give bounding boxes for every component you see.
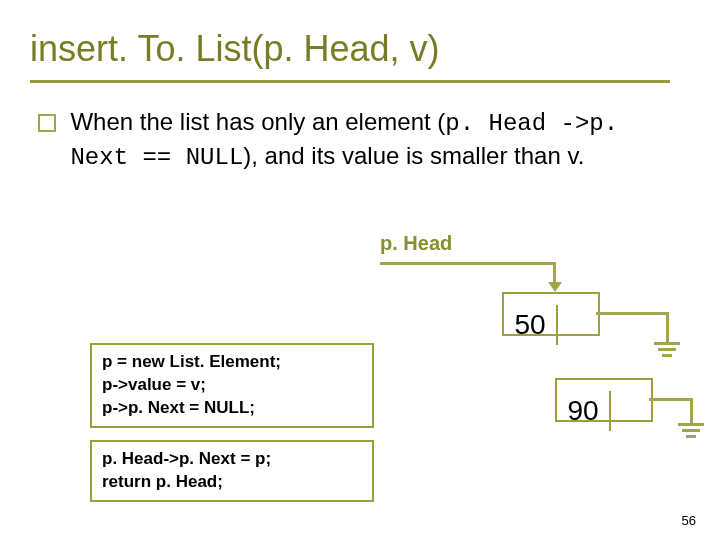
ground-icon — [686, 435, 696, 438]
code-line: return p. Head; — [102, 471, 362, 494]
ground-icon — [682, 429, 700, 432]
ground-icon — [662, 354, 672, 357]
node50-link-h — [596, 312, 668, 315]
code-line: p->p. Next = NULL; — [102, 397, 362, 420]
bullet-text-post: ), and its value is smaller than v. — [243, 142, 584, 169]
phead-arrow-v — [553, 262, 556, 284]
code-block-2: p. Head->p. Next = p; return p. Head; — [90, 440, 374, 502]
bullet-text-pre: When the list has only an element ( — [70, 108, 445, 135]
ground-icon — [678, 423, 704, 426]
list-node-50: 50 — [502, 292, 600, 336]
code-line: p. Head->p. Next = p; — [102, 448, 362, 471]
code-block-1: p = new List. Element; p->value = v; p->… — [90, 343, 374, 428]
node-pointer-cell — [558, 294, 598, 334]
phead-arrow-h — [380, 262, 555, 265]
node-value: 90 — [557, 391, 611, 431]
node-value: 50 — [504, 305, 558, 345]
bullet-item: When the list has only an element (p. He… — [38, 106, 678, 175]
bullet-marker-icon — [38, 114, 56, 132]
page-number: 56 — [682, 513, 696, 528]
phead-arrow-tip-icon — [548, 282, 562, 292]
title-underline — [30, 80, 670, 83]
phead-label: p. Head — [380, 232, 452, 255]
slide-title: insert. To. List(p. Head, v) — [30, 28, 440, 70]
node90-link-h — [649, 398, 692, 401]
ground-icon — [658, 348, 676, 351]
ground-icon — [654, 342, 680, 345]
node-pointer-cell — [611, 380, 651, 420]
bullet-text: When the list has only an element (p. He… — [70, 106, 670, 175]
list-node-90: 90 — [555, 378, 653, 422]
code-line: p = new List. Element; — [102, 351, 362, 374]
slide: insert. To. List(p. Head, v) When the li… — [0, 0, 720, 540]
code-line: p->value = v; — [102, 374, 362, 397]
node50-link-v — [666, 312, 669, 342]
node90-link-v — [690, 398, 693, 423]
